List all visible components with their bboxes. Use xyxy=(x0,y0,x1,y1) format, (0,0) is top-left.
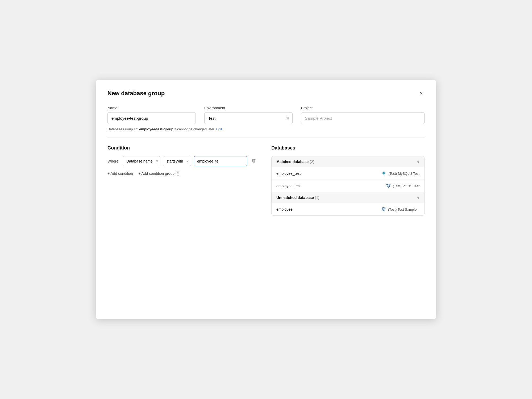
operator-select[interactable]: startsWith endsWith contains equals xyxy=(163,156,191,166)
main-content: Condition Where Database name ∨ startsWi… xyxy=(107,145,425,216)
db-name: employee_test xyxy=(276,171,301,176)
unmatched-header[interactable]: Unmatched database (1) ∨ xyxy=(272,192,424,203)
db-instance-name: (Test) MySQL 8 Test xyxy=(388,172,419,176)
field-select[interactable]: Database name xyxy=(123,156,160,166)
dialog-title: New database group xyxy=(107,90,165,97)
project-field-group: Project xyxy=(301,106,425,124)
db-meta: (Test) PG 15 Test xyxy=(385,183,419,189)
db-name: employee xyxy=(276,207,293,211)
condition-title: Condition xyxy=(107,145,261,151)
close-button[interactable]: × xyxy=(418,89,425,97)
matched-header[interactable]: Matched database (2) ∨ xyxy=(272,156,424,167)
svg-point-4 xyxy=(388,185,388,186)
project-input[interactable] xyxy=(301,112,425,124)
svg-point-1 xyxy=(384,173,385,174)
environment-label: Environment xyxy=(204,106,293,110)
matched-section: Matched database (2) ∨ employee_test xyxy=(272,156,424,192)
divider xyxy=(107,138,425,138)
new-database-group-dialog: New database group × Name Environment Te… xyxy=(96,80,436,319)
condition-section: Condition Where Database name ∨ startsWi… xyxy=(107,145,261,176)
unmatched-title: Unmatched database (1) xyxy=(276,196,319,200)
unmatched-count: (1) xyxy=(315,196,319,200)
mysql-icon xyxy=(381,171,387,176)
matched-title: Matched database (2) xyxy=(276,160,314,164)
environment-select-wrapper: Test Production Development ⇅ xyxy=(204,112,293,124)
delete-condition-button[interactable] xyxy=(250,157,258,165)
matched-chevron-icon: ∨ xyxy=(417,160,419,164)
svg-point-5 xyxy=(389,185,389,186)
db-meta: (Test) MySQL 8 Test xyxy=(381,171,419,176)
edit-id-link[interactable]: Edit xyxy=(216,127,222,131)
id-hint-bold: employee-test-group xyxy=(139,127,173,131)
add-condition-button[interactable]: + Add condition xyxy=(107,171,133,176)
unmatched-chevron-icon: ∨ xyxy=(417,196,419,200)
add-condition-group-button[interactable]: + Add condition group ? xyxy=(138,171,180,176)
id-hint: Database Group ID: employee-test-group I… xyxy=(107,127,425,131)
project-label: Project xyxy=(301,106,425,110)
databases-title: Databases xyxy=(271,145,425,151)
name-input[interactable] xyxy=(107,112,196,124)
db-instance-name: (Test) Test Sample... xyxy=(388,207,419,211)
matched-count: (2) xyxy=(310,160,314,164)
svg-point-9 xyxy=(384,209,384,209)
environment-select[interactable]: Test Production Development xyxy=(204,112,293,124)
svg-point-0 xyxy=(383,173,384,174)
table-row: employee xyxy=(272,203,424,215)
operator-select-wrap: startsWith endsWith contains equals ∨ xyxy=(163,156,191,166)
table-row: employee_test xyxy=(272,180,424,192)
databases-section: Databases Matched database (2) ∨ employe… xyxy=(271,145,425,216)
pg-icon xyxy=(381,206,386,212)
field-select-wrap: Database name ∨ xyxy=(123,156,160,166)
databases-panel: Matched database (2) ∨ employee_test xyxy=(271,156,425,216)
svg-point-8 xyxy=(383,209,383,209)
condition-row: Where Database name ∨ startsWith endsWit… xyxy=(107,156,261,166)
dialog-header: New database group × xyxy=(107,89,425,97)
form-fields: Name Environment Test Production Develop… xyxy=(107,106,425,124)
db-instance-name: (Test) PG 15 Test xyxy=(393,184,419,188)
name-field-group: Name xyxy=(107,106,196,124)
pg-icon xyxy=(385,183,391,189)
db-name: employee_test xyxy=(276,184,301,188)
add-links: + Add condition + Add condition group ? xyxy=(107,171,261,176)
db-meta: (Test) Test Sample... xyxy=(381,206,419,212)
where-label: Where xyxy=(107,159,120,163)
environment-field-group: Environment Test Production Development … xyxy=(204,106,293,124)
unmatched-section: Unmatched database (1) ∨ employee xyxy=(272,192,424,215)
table-row: employee_test xyxy=(272,167,424,180)
condition-value-input[interactable] xyxy=(194,156,247,166)
name-label: Name xyxy=(107,106,196,110)
help-icon[interactable]: ? xyxy=(176,171,180,176)
